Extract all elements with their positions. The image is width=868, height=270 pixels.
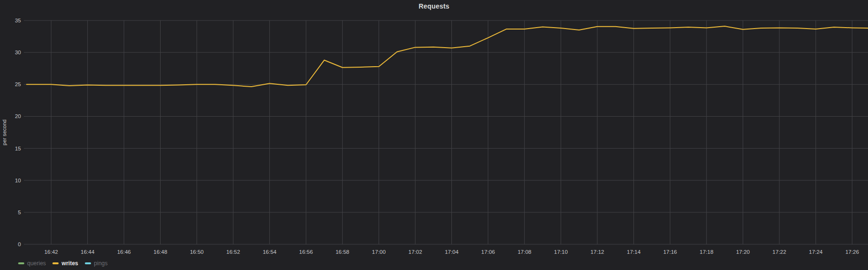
series-line-writes <box>27 26 868 87</box>
x-tick-label: 17:16 <box>656 249 684 255</box>
x-tick-label: 16:44 <box>73 249 102 255</box>
x-tick-label: 16:50 <box>183 249 211 255</box>
x-tick-label: 17:08 <box>510 249 539 255</box>
x-tick-label: 16:56 <box>292 249 320 255</box>
legend-label: pings <box>94 260 108 267</box>
y-tick-label: 15 <box>0 145 21 152</box>
y-tick-label: 25 <box>0 81 21 88</box>
x-tick-label: 17:20 <box>729 249 757 255</box>
y-tick-label: 10 <box>0 177 21 184</box>
legend-swatch-pings <box>85 262 91 264</box>
x-tick-label: 17:22 <box>765 249 794 255</box>
x-tick-label: 16:54 <box>255 249 284 255</box>
x-tick-label: 17:00 <box>365 249 393 255</box>
x-tick-label: 16:46 <box>110 249 138 255</box>
x-tick-label: 17:14 <box>619 249 648 255</box>
x-tick-label: 17:10 <box>547 249 575 255</box>
y-tick-label: 30 <box>0 49 21 56</box>
legend-label: writes <box>61 260 78 267</box>
legend-label: queries <box>27 260 46 267</box>
x-tick-label: 16:52 <box>219 249 247 255</box>
y-tick-label: 20 <box>0 113 21 120</box>
x-tick-label: 17:02 <box>401 249 429 255</box>
y-tick-label: 0 <box>0 241 21 248</box>
legend-item-writes[interactable]: writes <box>52 260 78 267</box>
graph-panel: Requests per second 05101520253035 16:42… <box>0 0 868 270</box>
x-tick-label: 17:12 <box>583 249 612 255</box>
y-tick-label: 5 <box>0 209 21 216</box>
legend-item-queries[interactable]: queries <box>18 260 46 267</box>
x-tick-label: 16:48 <box>146 249 174 255</box>
time-series-plot-area[interactable] <box>0 0 868 270</box>
legend-item-pings[interactable]: pings <box>85 260 108 267</box>
y-tick-label: 35 <box>0 17 21 24</box>
x-tick-label: 17:04 <box>438 249 466 255</box>
x-tick-label: 17:26 <box>838 249 867 255</box>
x-tick-label: 17:06 <box>474 249 502 255</box>
x-tick-label: 16:58 <box>328 249 357 255</box>
x-tick-label: 17:18 <box>692 249 721 255</box>
x-tick-label: 16:42 <box>37 249 65 255</box>
legend-swatch-queries <box>18 262 24 264</box>
x-tick-label: 17:24 <box>801 249 830 255</box>
legend-swatch-writes <box>52 262 59 264</box>
legend: querieswritespings <box>18 260 108 267</box>
